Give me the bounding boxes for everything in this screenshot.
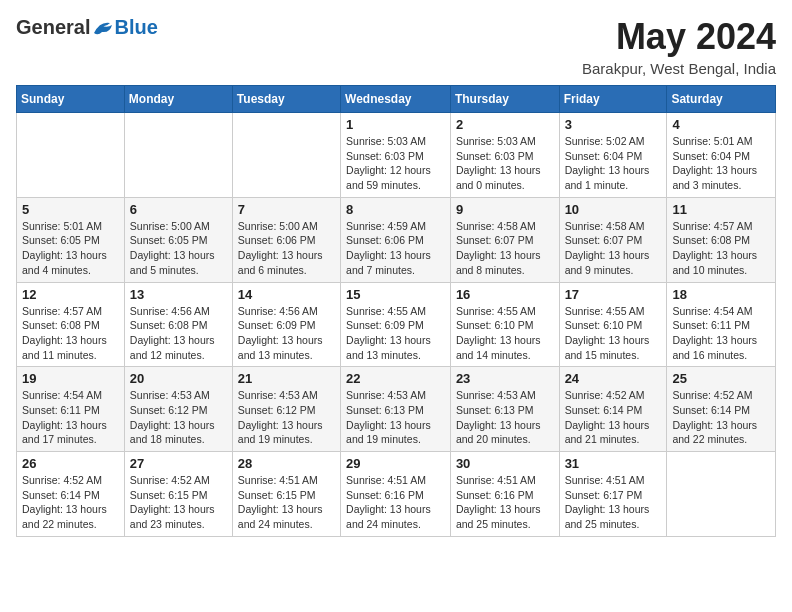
day-info: Sunrise: 4:53 AMSunset: 6:13 PMDaylight:…	[346, 388, 445, 447]
calendar-cell: 13Sunrise: 4:56 AMSunset: 6:08 PMDayligh…	[124, 282, 232, 367]
day-info: Sunrise: 4:58 AMSunset: 6:07 PMDaylight:…	[565, 219, 662, 278]
day-number: 23	[456, 371, 554, 386]
calendar-cell: 9Sunrise: 4:58 AMSunset: 6:07 PMDaylight…	[450, 197, 559, 282]
day-number: 24	[565, 371, 662, 386]
day-number: 10	[565, 202, 662, 217]
calendar-week-row: 26Sunrise: 4:52 AMSunset: 6:14 PMDayligh…	[17, 452, 776, 537]
day-number: 27	[130, 456, 227, 471]
day-number: 2	[456, 117, 554, 132]
day-info: Sunrise: 4:53 AMSunset: 6:13 PMDaylight:…	[456, 388, 554, 447]
calendar-cell: 17Sunrise: 4:55 AMSunset: 6:10 PMDayligh…	[559, 282, 667, 367]
day-info: Sunrise: 4:54 AMSunset: 6:11 PMDaylight:…	[22, 388, 119, 447]
day-number: 22	[346, 371, 445, 386]
calendar-cell	[667, 452, 776, 537]
column-header-wednesday: Wednesday	[341, 86, 451, 113]
day-number: 3	[565, 117, 662, 132]
day-info: Sunrise: 5:02 AMSunset: 6:04 PMDaylight:…	[565, 134, 662, 193]
day-info: Sunrise: 4:59 AMSunset: 6:06 PMDaylight:…	[346, 219, 445, 278]
day-info: Sunrise: 4:56 AMSunset: 6:08 PMDaylight:…	[130, 304, 227, 363]
day-number: 29	[346, 456, 445, 471]
calendar-cell: 30Sunrise: 4:51 AMSunset: 6:16 PMDayligh…	[450, 452, 559, 537]
column-header-tuesday: Tuesday	[232, 86, 340, 113]
calendar-cell	[17, 113, 125, 198]
day-number: 4	[672, 117, 770, 132]
day-number: 20	[130, 371, 227, 386]
day-number: 16	[456, 287, 554, 302]
location-text: Barakpur, West Bengal, India	[582, 60, 776, 77]
calendar-week-row: 12Sunrise: 4:57 AMSunset: 6:08 PMDayligh…	[17, 282, 776, 367]
calendar-cell: 15Sunrise: 4:55 AMSunset: 6:09 PMDayligh…	[341, 282, 451, 367]
calendar-cell	[124, 113, 232, 198]
calendar-cell: 5Sunrise: 5:01 AMSunset: 6:05 PMDaylight…	[17, 197, 125, 282]
day-info: Sunrise: 4:53 AMSunset: 6:12 PMDaylight:…	[238, 388, 335, 447]
day-number: 14	[238, 287, 335, 302]
month-year-title: May 2024	[582, 16, 776, 58]
day-info: Sunrise: 4:51 AMSunset: 6:17 PMDaylight:…	[565, 473, 662, 532]
calendar-header-row: SundayMondayTuesdayWednesdayThursdayFrid…	[17, 86, 776, 113]
calendar-cell: 22Sunrise: 4:53 AMSunset: 6:13 PMDayligh…	[341, 367, 451, 452]
day-info: Sunrise: 4:52 AMSunset: 6:14 PMDaylight:…	[672, 388, 770, 447]
calendar-cell: 12Sunrise: 4:57 AMSunset: 6:08 PMDayligh…	[17, 282, 125, 367]
day-info: Sunrise: 4:57 AMSunset: 6:08 PMDaylight:…	[22, 304, 119, 363]
day-number: 1	[346, 117, 445, 132]
day-number: 5	[22, 202, 119, 217]
day-info: Sunrise: 4:54 AMSunset: 6:11 PMDaylight:…	[672, 304, 770, 363]
day-number: 12	[22, 287, 119, 302]
day-info: Sunrise: 5:00 AMSunset: 6:05 PMDaylight:…	[130, 219, 227, 278]
calendar-cell: 31Sunrise: 4:51 AMSunset: 6:17 PMDayligh…	[559, 452, 667, 537]
calendar-cell: 10Sunrise: 4:58 AMSunset: 6:07 PMDayligh…	[559, 197, 667, 282]
calendar-cell: 27Sunrise: 4:52 AMSunset: 6:15 PMDayligh…	[124, 452, 232, 537]
day-number: 18	[672, 287, 770, 302]
logo-general-text: General	[16, 16, 90, 39]
day-info: Sunrise: 4:55 AMSunset: 6:10 PMDaylight:…	[456, 304, 554, 363]
day-number: 21	[238, 371, 335, 386]
logo-bird-icon	[92, 19, 114, 37]
day-info: Sunrise: 5:01 AMSunset: 6:05 PMDaylight:…	[22, 219, 119, 278]
day-number: 7	[238, 202, 335, 217]
day-number: 13	[130, 287, 227, 302]
calendar-cell: 3Sunrise: 5:02 AMSunset: 6:04 PMDaylight…	[559, 113, 667, 198]
day-number: 31	[565, 456, 662, 471]
day-info: Sunrise: 4:51 AMSunset: 6:16 PMDaylight:…	[456, 473, 554, 532]
day-info: Sunrise: 4:56 AMSunset: 6:09 PMDaylight:…	[238, 304, 335, 363]
day-info: Sunrise: 4:57 AMSunset: 6:08 PMDaylight:…	[672, 219, 770, 278]
calendar-cell: 18Sunrise: 4:54 AMSunset: 6:11 PMDayligh…	[667, 282, 776, 367]
title-section: May 2024 Barakpur, West Bengal, India	[582, 16, 776, 77]
day-info: Sunrise: 4:58 AMSunset: 6:07 PMDaylight:…	[456, 219, 554, 278]
day-number: 15	[346, 287, 445, 302]
day-info: Sunrise: 5:01 AMSunset: 6:04 PMDaylight:…	[672, 134, 770, 193]
calendar-cell: 14Sunrise: 4:56 AMSunset: 6:09 PMDayligh…	[232, 282, 340, 367]
day-number: 26	[22, 456, 119, 471]
calendar-cell: 29Sunrise: 4:51 AMSunset: 6:16 PMDayligh…	[341, 452, 451, 537]
day-number: 28	[238, 456, 335, 471]
day-number: 30	[456, 456, 554, 471]
day-number: 6	[130, 202, 227, 217]
day-info: Sunrise: 4:51 AMSunset: 6:16 PMDaylight:…	[346, 473, 445, 532]
day-info: Sunrise: 5:03 AMSunset: 6:03 PMDaylight:…	[456, 134, 554, 193]
day-info: Sunrise: 4:55 AMSunset: 6:10 PMDaylight:…	[565, 304, 662, 363]
day-number: 17	[565, 287, 662, 302]
day-info: Sunrise: 4:52 AMSunset: 6:14 PMDaylight:…	[565, 388, 662, 447]
calendar-cell: 25Sunrise: 4:52 AMSunset: 6:14 PMDayligh…	[667, 367, 776, 452]
day-number: 25	[672, 371, 770, 386]
day-info: Sunrise: 4:52 AMSunset: 6:14 PMDaylight:…	[22, 473, 119, 532]
calendar-week-row: 1Sunrise: 5:03 AMSunset: 6:03 PMDaylight…	[17, 113, 776, 198]
day-number: 9	[456, 202, 554, 217]
calendar-cell: 28Sunrise: 4:51 AMSunset: 6:15 PMDayligh…	[232, 452, 340, 537]
column-header-saturday: Saturday	[667, 86, 776, 113]
day-info: Sunrise: 4:55 AMSunset: 6:09 PMDaylight:…	[346, 304, 445, 363]
calendar-week-row: 19Sunrise: 4:54 AMSunset: 6:11 PMDayligh…	[17, 367, 776, 452]
calendar-cell	[232, 113, 340, 198]
day-info: Sunrise: 4:52 AMSunset: 6:15 PMDaylight:…	[130, 473, 227, 532]
day-number: 8	[346, 202, 445, 217]
calendar-week-row: 5Sunrise: 5:01 AMSunset: 6:05 PMDaylight…	[17, 197, 776, 282]
calendar-cell: 11Sunrise: 4:57 AMSunset: 6:08 PMDayligh…	[667, 197, 776, 282]
column-header-monday: Monday	[124, 86, 232, 113]
column-header-friday: Friday	[559, 86, 667, 113]
calendar-cell: 23Sunrise: 4:53 AMSunset: 6:13 PMDayligh…	[450, 367, 559, 452]
column-header-sunday: Sunday	[17, 86, 125, 113]
calendar-cell: 2Sunrise: 5:03 AMSunset: 6:03 PMDaylight…	[450, 113, 559, 198]
calendar-cell: 16Sunrise: 4:55 AMSunset: 6:10 PMDayligh…	[450, 282, 559, 367]
calendar-cell: 8Sunrise: 4:59 AMSunset: 6:06 PMDaylight…	[341, 197, 451, 282]
calendar-cell: 20Sunrise: 4:53 AMSunset: 6:12 PMDayligh…	[124, 367, 232, 452]
